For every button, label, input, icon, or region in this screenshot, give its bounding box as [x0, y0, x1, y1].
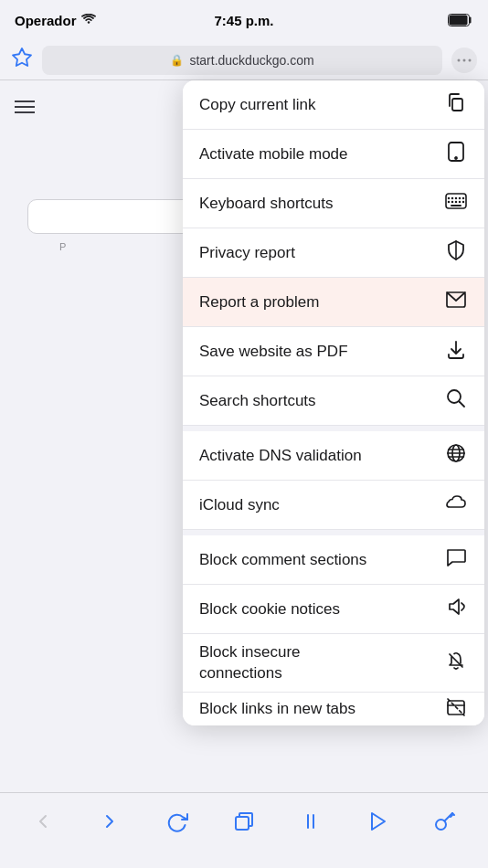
hamburger-menu[interactable]	[15, 99, 35, 117]
menu-item-privacy-report[interactable]: Privacy report	[183, 228, 484, 278]
menu-item-keyboard-label: Keyboard shortcuts	[199, 195, 333, 213]
browser-toolbar: 🔒 start.duckduckgo.com	[0, 40, 488, 80]
svg-point-3	[458, 58, 461, 61]
menu-item-icloud-label: iCloud sync	[199, 496, 280, 514]
bell-off-icon	[444, 651, 468, 675]
menu-item-block-cookies-label: Block cookie notices	[199, 600, 340, 619]
bottom-toolbar	[0, 792, 488, 868]
svg-marker-2	[13, 48, 31, 66]
reload-button[interactable]	[157, 801, 197, 842]
globe-icon	[444, 443, 468, 468]
svg-point-4	[463, 58, 466, 61]
bookmark-button[interactable]	[11, 47, 33, 74]
carrier-name: Operador	[15, 13, 77, 28]
menu-item-report-label: Report a problem	[199, 293, 319, 312]
download-icon	[444, 339, 468, 364]
menu-item-report-problem[interactable]: Report a problem	[183, 278, 484, 327]
menu-item-search-shortcuts[interactable]: Search shortcuts	[183, 376, 484, 426]
wifi-icon	[81, 14, 96, 27]
url-text: start.duckduckgo.com	[189, 53, 313, 68]
menu-item-block-comments-label: Block comment sections	[199, 551, 366, 569]
tabs-button[interactable]	[224, 801, 264, 842]
forward-button[interactable]	[90, 801, 130, 842]
more-options-button[interactable]	[451, 48, 477, 73]
svg-rect-9	[452, 99, 462, 111]
menu-item-block-new-tab[interactable]: Block links in new tabs	[183, 693, 484, 725]
menu-item-mobile-mode[interactable]: Activate mobile mode	[183, 130, 484, 179]
shield-icon	[444, 240, 468, 265]
svg-point-5	[469, 58, 472, 61]
back-button[interactable]	[23, 801, 63, 842]
svg-point-11	[455, 157, 457, 159]
carrier-info: Operador	[15, 13, 96, 28]
svg-line-26	[460, 402, 465, 408]
pause-button[interactable]	[291, 801, 331, 842]
menu-item-privacy-label: Privacy report	[199, 244, 295, 262]
menu-item-copy-link[interactable]: Copy current link	[183, 80, 484, 130]
svg-line-41	[451, 815, 452, 817]
menu-item-copy-link-label: Copy current link	[199, 96, 316, 114]
battery-indicator	[448, 14, 473, 26]
status-bar: Operador 7:45 p.m.	[0, 0, 488, 40]
menu-item-mobile-label: Activate mobile mode	[199, 145, 348, 164]
keyboard-icon	[444, 193, 468, 214]
menu-item-search-label: Search shortcuts	[199, 392, 316, 410]
powered-label: P	[59, 241, 66, 252]
envelope-icon	[444, 291, 468, 312]
cloud-icon	[444, 494, 468, 515]
menu-item-block-insecure-label: Block insecureconnections	[199, 642, 301, 683]
lock-icon: 🔒	[170, 54, 184, 67]
comment-icon	[444, 548, 468, 571]
menu-item-save-pdf-label: Save website as PDF	[199, 343, 348, 361]
menu-item-dns-label: Activate DNS validation	[199, 447, 362, 465]
svg-rect-34	[236, 817, 249, 830]
menu-item-block-newtab-label: Block links in new tabs	[199, 700, 355, 718]
svg-marker-37	[372, 813, 385, 830]
key-button[interactable]	[425, 801, 465, 842]
menu-item-block-comments[interactable]: Block comment sections	[183, 535, 484, 585]
svg-rect-1	[450, 16, 468, 26]
mobile-icon	[444, 142, 468, 166]
status-time: 7:45 p.m.	[214, 13, 273, 28]
menu-item-block-cookies[interactable]: Block cookie notices	[183, 585, 484, 634]
context-menu: Copy current link Activate mobile mode K…	[183, 80, 484, 725]
megaphone-icon	[444, 597, 468, 621]
address-bar[interactable]: 🔒 start.duckduckgo.com	[42, 46, 442, 75]
menu-item-icloud-sync[interactable]: iCloud sync	[183, 481, 484, 530]
copy-icon	[444, 92, 468, 117]
menu-item-save-pdf[interactable]: Save website as PDF	[183, 327, 484, 376]
menu-item-dns-validation[interactable]: Activate DNS validation	[183, 431, 484, 481]
menu-item-block-insecure[interactable]: Block insecureconnections	[183, 634, 484, 693]
tab-off-icon	[444, 697, 468, 722]
search-icon	[444, 388, 468, 413]
menu-item-keyboard-shortcuts[interactable]: Keyboard shortcuts	[183, 179, 484, 228]
play-button[interactable]	[358, 801, 398, 842]
